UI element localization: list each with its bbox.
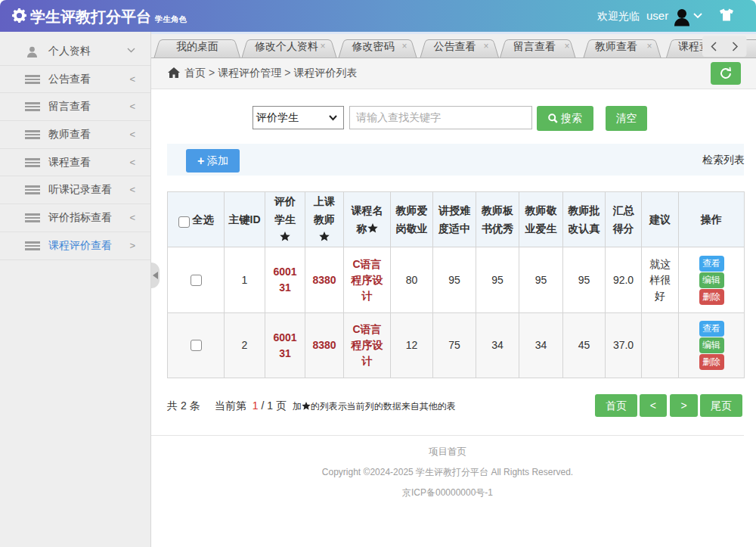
svg-text:×: × [646, 41, 652, 51]
svg-text:公告查看: 公告查看 [434, 40, 476, 52]
svg-text:×: × [483, 41, 488, 51]
svg-text:×: × [320, 41, 325, 51]
svg-text:留言查看: 留言查看 [513, 40, 556, 52]
svg-text:×: × [401, 41, 407, 51]
svg-text:教师查看: 教师查看 [595, 40, 637, 52]
svg-text:修改个人资料: 修改个人资料 [254, 40, 318, 52]
svg-text:我的桌面: 我的桌面 [176, 40, 218, 52]
svg-text:修改密码: 修改密码 [352, 40, 395, 52]
svg-text:×: × [564, 41, 569, 51]
